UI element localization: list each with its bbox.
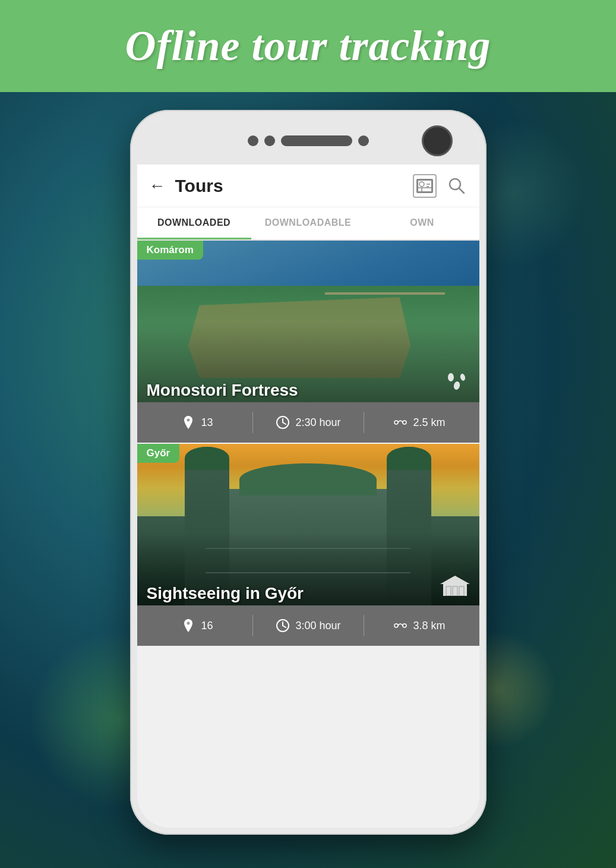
tours-list: Komárom Monostori Fortress xyxy=(137,241,479,828)
map-icon-button[interactable] xyxy=(413,174,437,198)
duration-item-monostori: 2:30 hour xyxy=(255,415,361,430)
points-item-gyor: 16 xyxy=(144,618,250,633)
route-icon-2 xyxy=(393,618,408,633)
points-count-gyor: 16 xyxy=(201,620,213,632)
svg-point-25 xyxy=(403,624,406,627)
points-item-monostori: 13 xyxy=(144,415,250,430)
svg-point-9 xyxy=(187,419,190,422)
tabs-bar: DOWNLOADED DOWNLOADABLE OWN xyxy=(137,207,479,241)
phone-top-bar xyxy=(137,117,479,165)
tour-image-monostori xyxy=(137,241,479,402)
clock-icon-2 xyxy=(275,618,290,633)
app-screen: ← Tours xyxy=(137,165,479,828)
phone-mockup: ← Tours xyxy=(130,110,487,835)
svg-point-7 xyxy=(453,381,460,390)
tab-downloadable[interactable]: DOWNLOADABLE xyxy=(251,207,365,239)
svg-point-14 xyxy=(403,421,406,424)
svg-line-5 xyxy=(459,188,464,193)
svg-point-20 xyxy=(187,622,190,625)
route-icon xyxy=(393,415,408,430)
distance-monostori: 2.5 km xyxy=(413,416,445,429)
svg-point-13 xyxy=(394,421,398,424)
page-title: Tours xyxy=(175,176,413,196)
tour-name-gyor: Sightseeing in Győr xyxy=(147,584,304,603)
distance-item-gyor: 3.8 km xyxy=(367,618,472,633)
front-camera xyxy=(422,125,453,156)
tour-name-monostori: Monostori Fortress xyxy=(147,381,298,400)
duration-gyor: 3:00 hour xyxy=(295,620,340,632)
location-badge-monostori: Komárom xyxy=(137,241,203,260)
phone-outer-shell: ← Tours xyxy=(130,110,487,835)
location-badge-gyor: Győr xyxy=(137,444,180,463)
clock-icon xyxy=(275,415,290,430)
tour-footer-gyor: 16 3:00 hour xyxy=(137,605,479,646)
search-icon-svg xyxy=(447,176,466,195)
tour-type-icon-gyor xyxy=(440,575,470,599)
phone-speaker xyxy=(281,135,352,146)
back-button[interactable]: ← xyxy=(149,176,166,195)
svg-rect-17 xyxy=(446,586,451,596)
svg-point-24 xyxy=(394,624,398,627)
points-count-monostori: 13 xyxy=(201,416,213,429)
sensor-dot-2 xyxy=(264,135,275,146)
svg-point-1 xyxy=(419,182,424,187)
svg-line-12 xyxy=(283,422,286,424)
duration-item-gyor: 3:00 hour xyxy=(255,618,361,633)
svg-point-8 xyxy=(459,373,466,381)
svg-rect-0 xyxy=(417,179,432,192)
tour-type-icon-monostori xyxy=(444,373,470,396)
tour-card-monostori[interactable]: Komárom Monostori Fortress xyxy=(137,241,479,443)
distance-item-monostori: 2.5 km xyxy=(367,415,472,430)
phone-sensors xyxy=(248,135,369,146)
distance-gyor: 3.8 km xyxy=(413,620,445,632)
sensor-dot-3 xyxy=(358,135,369,146)
location-pin-icon-2 xyxy=(181,618,196,633)
app-tagline: Ofline tour tracking xyxy=(125,21,491,71)
tour-card-gyor[interactable]: Győr Sightseeing in Győr xyxy=(137,444,479,646)
svg-rect-18 xyxy=(453,586,457,596)
sensor-dot-1 xyxy=(248,135,258,146)
duration-monostori: 2:30 hour xyxy=(295,416,340,429)
search-button[interactable] xyxy=(446,175,467,197)
location-pin-icon xyxy=(181,415,196,430)
svg-point-6 xyxy=(448,373,454,381)
phone-inner-shell: ← Tours xyxy=(137,117,479,828)
tab-downloaded[interactable]: DOWNLOADED xyxy=(137,207,251,239)
header-banner: Ofline tour tracking xyxy=(0,0,616,92)
tour-footer-monostori: 13 2:30 hour xyxy=(137,402,479,443)
map-icon-svg xyxy=(416,178,434,194)
app-header: ← Tours xyxy=(137,165,479,207)
svg-rect-19 xyxy=(459,586,464,596)
svg-line-23 xyxy=(283,626,286,627)
header-action-icons xyxy=(413,174,467,198)
svg-marker-16 xyxy=(440,576,470,584)
tour-image-gyor xyxy=(137,444,479,605)
tab-own[interactable]: OWN xyxy=(365,207,479,239)
